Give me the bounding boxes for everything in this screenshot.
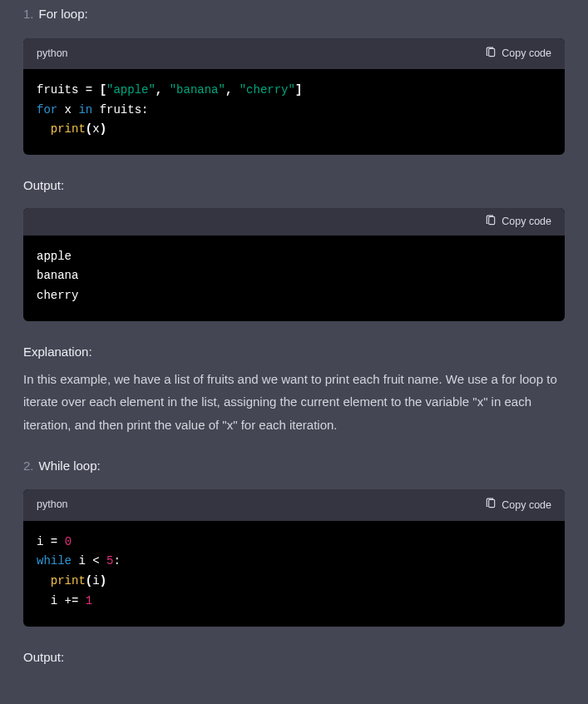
code-content: i = 0 while i < 5: print(i) i += 1 xyxy=(23,521,565,627)
copy-label: Copy code xyxy=(502,216,551,227)
list-heading: 2. While loop: xyxy=(23,455,565,477)
copy-code-button[interactable]: Copy code xyxy=(485,47,551,61)
clipboard-icon xyxy=(485,498,497,512)
copy-label: Copy code xyxy=(502,47,551,59)
code-block-for: python Copy code fruits = ["apple", "ban… xyxy=(23,38,565,156)
code-header: Copy code xyxy=(23,208,565,235)
output-content: apple banana cherry xyxy=(23,235,565,321)
list-item-for-loop: 1. For loop: python Copy code fruits = [… xyxy=(23,3,565,437)
copy-label: Copy code xyxy=(502,499,551,511)
list-heading: 1. For loop: xyxy=(23,3,565,25)
code-header: python Copy code xyxy=(23,38,565,69)
explanation-text: In this example, we have a list of fruit… xyxy=(23,368,565,437)
explanation-section: Explanation: In this example, we have a … xyxy=(23,341,565,437)
clipboard-icon xyxy=(485,215,497,229)
output-label: Output: xyxy=(23,647,565,668)
list-title: While loop: xyxy=(39,455,101,477)
list-number: 1. xyxy=(23,3,34,25)
list-item-while-loop: 2. While loop: python Copy code i = 0 wh… xyxy=(23,455,565,667)
code-language-label: python xyxy=(37,45,68,62)
code-content: fruits = ["apple", "banana", "cherry"] f… xyxy=(23,69,565,155)
explanation-label: Explanation: xyxy=(23,341,565,363)
output-block-for: Copy code apple banana cherry xyxy=(23,208,565,321)
svg-rect-1 xyxy=(489,216,495,224)
clipboard-icon xyxy=(485,47,497,61)
output-label: Output: xyxy=(23,175,565,196)
svg-rect-0 xyxy=(489,48,495,56)
list-title: For loop: xyxy=(39,3,88,25)
code-language-label: python xyxy=(37,496,68,513)
code-block-while: python Copy code i = 0 while i < 5: prin… xyxy=(23,489,565,626)
code-header: python Copy code xyxy=(23,489,565,520)
copy-code-button[interactable]: Copy code xyxy=(485,498,551,512)
list-number: 2. xyxy=(23,455,34,477)
copy-code-button[interactable]: Copy code xyxy=(485,215,551,229)
svg-rect-2 xyxy=(489,500,495,508)
